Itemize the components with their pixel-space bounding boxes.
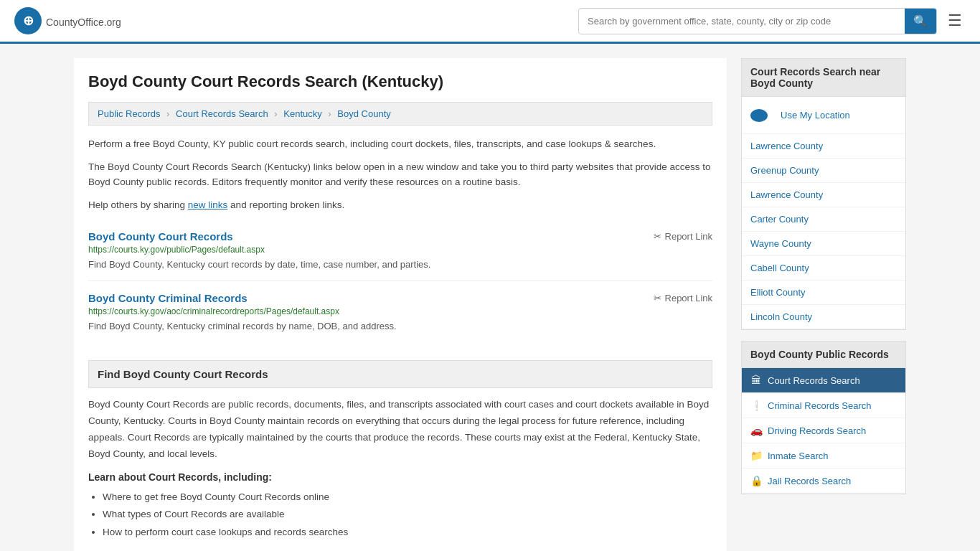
county-4[interactable]: Carter County xyxy=(742,207,905,232)
nearby-list: Use My Location Lawrence County Greenup … xyxy=(742,97,905,329)
record-url-2: https://courts.ky.gov/aoc/criminalrecord… xyxy=(88,306,712,316)
record-header-1: Boyd County Court Records ✂ Report Link xyxy=(88,230,712,242)
breadcrumb-sep-1: › xyxy=(166,108,169,119)
pr-court-label: Court Records Search xyxy=(768,375,860,386)
use-location-item[interactable]: Use My Location xyxy=(742,97,905,134)
description-3: Help others by sharing new links and rep… xyxy=(88,197,712,213)
header-right: 🔍 ☰ xyxy=(578,8,966,34)
nearby-title: Court Records Search near Boyd County xyxy=(742,59,905,97)
new-links-link[interactable]: new links xyxy=(188,199,228,210)
county-4-link[interactable]: Carter County xyxy=(742,207,905,231)
county-1-link[interactable]: Lawrence County xyxy=(742,134,905,158)
county-5[interactable]: Wayne County xyxy=(742,232,905,256)
county-7-link[interactable]: Elliott County xyxy=(742,281,905,304)
record-desc-1: Find Boyd County, Kentucky court records… xyxy=(88,259,712,270)
county-8-link[interactable]: Lincoln County xyxy=(742,305,905,329)
jail-icon: 🔒 xyxy=(750,475,762,486)
county-2[interactable]: Greenup County xyxy=(742,159,905,183)
pr-jail-label: Jail Records Search xyxy=(768,476,851,486)
pr-driving-link[interactable]: 🚗 Driving Records Search xyxy=(742,418,905,443)
record-title-1[interactable]: Boyd County Court Records xyxy=(88,230,233,242)
learn-item-1: Where to get free Boyd County Court Reco… xyxy=(103,489,712,506)
criminal-icon: ❕ xyxy=(750,400,762,411)
pr-criminal-label: Criminal Records Search xyxy=(768,400,872,411)
pr-court-link[interactable]: 🏛 Court Records Search xyxy=(742,368,905,392)
use-location-link[interactable]: Use My Location xyxy=(742,97,905,133)
description-1: Perform a free Boyd County, KY public co… xyxy=(88,136,712,152)
search-bar: 🔍 xyxy=(578,8,937,34)
page-title: Boyd County Court Records Search (Kentuc… xyxy=(88,72,712,91)
search-input[interactable] xyxy=(579,10,905,32)
main-wrapper: Boyd County Court Records Search (Kentuc… xyxy=(60,44,920,551)
breadcrumb: Public Records › Court Records Search › … xyxy=(88,102,712,126)
public-records-list: 🏛 Court Records Search ❕ Criminal Record… xyxy=(742,368,905,494)
record-desc-2: Find Boyd County, Kentucky criminal reco… xyxy=(88,321,712,331)
learn-item-2: What types of Court Records are availabl… xyxy=(103,506,712,523)
records-list: Boyd County Court Records ✂ Report Link … xyxy=(88,220,712,342)
court-icon: 🏛 xyxy=(750,375,762,386)
pr-inmate-label: Inmate Search xyxy=(768,451,829,461)
logo-text: CountyOffice.org xyxy=(46,13,121,29)
nearby-section: Court Records Search near Boyd County Us… xyxy=(741,58,906,330)
county-1[interactable]: Lawrence County xyxy=(742,134,905,159)
pr-item-criminal[interactable]: ❕ Criminal Records Search xyxy=(742,393,905,418)
record-header-2: Boyd County Criminal Records ✂ Report Li… xyxy=(88,292,712,304)
description-3-post: and reporting broken links. xyxy=(227,199,344,210)
breadcrumb-sep-2: › xyxy=(274,108,277,119)
report-link-2[interactable]: ✂ Report Link xyxy=(654,293,712,303)
find-section: Find Boyd County Court Records Boyd Coun… xyxy=(88,360,712,541)
county-3[interactable]: Lawrence County xyxy=(742,183,905,207)
pr-item-driving[interactable]: 🚗 Driving Records Search xyxy=(742,418,905,443)
record-item-2: Boyd County Criminal Records ✂ Report Li… xyxy=(88,281,712,342)
header: ⊕ CountyOffice.org 🔍 ☰ xyxy=(0,0,980,44)
breadcrumb-public-records[interactable]: Public Records xyxy=(98,108,160,119)
logo-suffix: .org xyxy=(104,17,121,28)
logo-icon: ⊕ xyxy=(14,7,42,34)
description-2: The Boyd County Court Records Search (Ke… xyxy=(88,159,712,190)
pr-item-court[interactable]: 🏛 Court Records Search xyxy=(742,368,905,393)
find-section-header: Find Boyd County Court Records xyxy=(88,360,712,388)
find-desc: Boyd County Court Records are public rec… xyxy=(88,397,712,463)
public-records-section: Boyd County Public Records 🏛 Court Recor… xyxy=(741,341,906,494)
location-dot-icon xyxy=(750,109,768,122)
county-6-link[interactable]: Cabell County xyxy=(742,256,905,280)
county-3-link[interactable]: Lawrence County xyxy=(742,183,905,207)
description-3-pre: Help others by sharing xyxy=(88,199,188,210)
county-7[interactable]: Elliott County xyxy=(742,281,905,305)
logo-area: ⊕ CountyOffice.org xyxy=(14,7,121,34)
pr-inmate-link[interactable]: 📁 Inmate Search xyxy=(742,443,905,468)
menu-icon[interactable]: ☰ xyxy=(944,8,966,34)
learn-item-3: How to perform court case lookups and re… xyxy=(103,524,712,541)
breadcrumb-boyd-county[interactable]: Boyd County xyxy=(337,108,390,119)
report-label-1: Report Link xyxy=(665,231,712,242)
search-button[interactable]: 🔍 xyxy=(905,9,936,34)
logo-main: CountyOffice xyxy=(46,17,104,28)
breadcrumb-sep-3: › xyxy=(328,108,331,119)
record-url-1: https://courts.ky.gov/public/Pages/defau… xyxy=(88,245,712,255)
use-location-label: Use My Location xyxy=(772,103,859,127)
county-8[interactable]: Lincoln County xyxy=(742,305,905,329)
record-title-2[interactable]: Boyd County Criminal Records xyxy=(88,292,248,304)
report-icon-2: ✂ xyxy=(654,293,661,303)
pr-item-jail[interactable]: 🔒 Jail Records Search xyxy=(742,468,905,494)
record-item-1: Boyd County Court Records ✂ Report Link … xyxy=(88,220,712,281)
report-label-2: Report Link xyxy=(665,293,712,303)
learn-heading: Learn about Court Records, including: xyxy=(88,471,712,483)
pr-item-inmate[interactable]: 📁 Inmate Search xyxy=(742,443,905,468)
inmate-icon: 📁 xyxy=(750,450,762,461)
breadcrumb-court-records[interactable]: Court Records Search xyxy=(176,108,268,119)
county-6[interactable]: Cabell County xyxy=(742,256,905,281)
county-5-link[interactable]: Wayne County xyxy=(742,232,905,255)
main-content: Boyd County Court Records Search (Kentuc… xyxy=(74,58,727,551)
sidebar: Court Records Search near Boyd County Us… xyxy=(741,58,906,551)
pr-criminal-link[interactable]: ❕ Criminal Records Search xyxy=(742,393,905,418)
learn-list: Where to get free Boyd County Court Reco… xyxy=(88,489,712,541)
driving-icon: 🚗 xyxy=(750,425,762,436)
report-icon-1: ✂ xyxy=(654,231,661,242)
breadcrumb-kentucky[interactable]: Kentucky xyxy=(283,108,321,119)
pr-driving-label: Driving Records Search xyxy=(768,425,866,436)
report-link-1[interactable]: ✂ Report Link xyxy=(654,231,712,242)
pr-jail-link[interactable]: 🔒 Jail Records Search xyxy=(742,468,905,493)
county-2-link[interactable]: Greenup County xyxy=(742,159,905,182)
public-records-title: Boyd County Public Records xyxy=(742,342,905,368)
